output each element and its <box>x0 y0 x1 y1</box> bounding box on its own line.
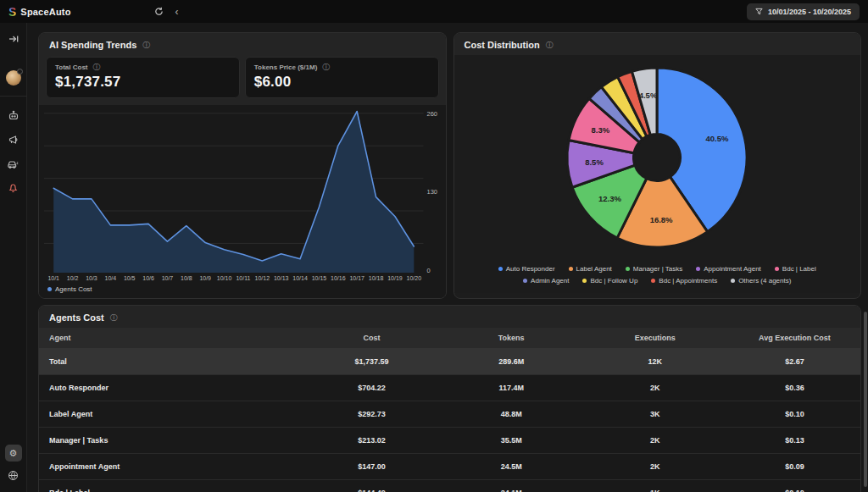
legend-label: Bdc | Label <box>782 265 816 273</box>
cell-executions: 3K <box>581 401 729 427</box>
cell-tokens: 289.6M <box>442 349 581 374</box>
x-axis-label: 10/7 <box>158 275 176 281</box>
date-range-filter-button[interactable]: 10/01/2025 - 10/20/2025 <box>747 3 860 20</box>
cell-agent: Total <box>39 349 302 374</box>
info-icon[interactable]: ⓘ <box>142 41 150 49</box>
x-axis-label: 10/16 <box>329 275 348 281</box>
legend-label: Admin Agent <box>531 277 569 285</box>
pie-legend-item[interactable]: Others (4 agents) <box>731 277 791 285</box>
legend-dot <box>47 287 52 291</box>
refresh-button[interactable] <box>154 4 164 19</box>
agents-cost-card: Agents Cost ⓘ AgentCostTokensExecutionsA… <box>38 305 861 492</box>
pie-legend-item[interactable]: Bdc | Follow Up <box>582 277 637 285</box>
column-header-cost: Cost <box>302 328 442 348</box>
back-button[interactable]: ‹ <box>175 4 179 19</box>
refresh-icon <box>154 7 164 16</box>
column-header-executions: Executions <box>581 328 729 348</box>
legend-dot <box>775 267 779 271</box>
pie-legend-item[interactable]: Manager | Tasks <box>626 265 682 273</box>
bell-icon <box>8 182 19 193</box>
x-axis-label: 10/19 <box>386 275 404 281</box>
sidebar-item-agents[interactable] <box>4 107 23 125</box>
info-icon[interactable]: ⓘ <box>546 41 554 49</box>
megaphone-icon <box>8 134 19 146</box>
cell-cost: $292.73 <box>302 401 442 427</box>
cell-cost: $213.02 <box>302 428 442 453</box>
sidebar: ⚙ <box>0 23 27 492</box>
x-axis-label: 10/11 <box>234 275 253 281</box>
legend-label: Appointment Agent <box>704 265 761 273</box>
pie-legend-item[interactable]: Admin Agent <box>523 277 569 285</box>
filter-funnel-icon <box>755 8 763 15</box>
user-avatar[interactable] <box>6 70 21 86</box>
table-row: Auto Responder$704.22117.4M2K$0.36 <box>39 375 860 401</box>
sidebar-item-notifications[interactable] <box>4 178 23 196</box>
x-axis-label: 10/5 <box>120 275 139 281</box>
cell-executions: 12K <box>581 349 729 374</box>
stat-label: Tokens Price ($/1M) <box>254 64 318 71</box>
pie-chart-canvas: 40.5%16.8%12.3%8.5%8.3%4.5% <box>555 58 759 257</box>
pie-legend-item[interactable]: Appointment Agent <box>696 265 761 273</box>
date-range-label: 10/01/2025 - 10/20/2025 <box>768 8 851 16</box>
pie-legend-item[interactable]: Auto Responder <box>498 265 555 273</box>
line-chart-canvas <box>44 110 424 273</box>
spending-trends-card: AI Spending Trends ⓘ Total Cost ⓘ $1,737… <box>38 32 447 299</box>
stat-card-total-cost: Total Cost ⓘ $1,737.57 <box>46 57 240 98</box>
distribution-card-title: Cost Distribution <box>465 40 540 50</box>
stat-card-tokens-price: Tokens Price ($/1M) ⓘ $6.00 <box>245 57 439 98</box>
pie-legend-item[interactable]: Bdc | Label <box>775 265 816 273</box>
agents-icon <box>8 110 19 122</box>
table-row: Appointment Agent$147.0024.5M2K$0.09 <box>39 454 860 480</box>
x-axis-label: 10/20 <box>404 275 423 281</box>
pie-legend-item[interactable]: Label Agent <box>569 265 612 273</box>
legend-label: Label Agent <box>576 265 612 273</box>
page-scrollbar-thumb[interactable] <box>864 312 867 487</box>
language-button[interactable] <box>8 470 19 484</box>
cell-executions: 2K <box>581 428 729 453</box>
y-axis: 260 130 0 <box>424 110 442 273</box>
pie-legend-item[interactable]: Bdc | Appointments <box>651 277 717 285</box>
x-axis-label: 10/15 <box>309 275 328 281</box>
info-icon[interactable]: ⓘ <box>110 314 118 322</box>
main-content: AI Spending Trends ⓘ Total Cost ⓘ $1,737… <box>28 23 868 492</box>
agents-cost-table: AgentCostTokensExecutionsAvg Execution C… <box>39 328 860 492</box>
info-icon[interactable]: ⓘ <box>322 64 330 71</box>
table-row: Bdc | Label$144.4924.1M1K$0.10 <box>39 480 860 492</box>
pie-label: 40.5% <box>706 134 729 143</box>
cell-avg: $0.13 <box>729 428 860 453</box>
x-axis-label: 10/8 <box>177 275 196 281</box>
legend-label: Others (4 agents) <box>738 277 791 285</box>
vehicles-icon <box>7 158 19 170</box>
column-header-tokens: Tokens <box>442 328 581 348</box>
spending-card-title: AI Spending Trends <box>49 40 136 50</box>
agents-cost-title: Agents Cost <box>49 312 104 323</box>
sidebar-item-announcements[interactable] <box>4 130 23 149</box>
table-row: Manager | Tasks$213.0235.5M2K$0.13 <box>39 428 860 454</box>
legend-label: Bdc | Follow Up <box>590 277 637 285</box>
line-chart-legend[interactable]: Agents Cost <box>44 285 442 293</box>
sidebar-bottom: ⚙ <box>5 445 22 492</box>
y-axis-tick: 0 <box>427 267 431 274</box>
chevron-left-icon: ‹ <box>175 6 179 18</box>
legend-dot <box>651 279 655 283</box>
x-axis-label: 10/4 <box>101 275 120 281</box>
cell-executions: 2K <box>581 454 729 479</box>
legend-label: Bdc | Appointments <box>659 277 717 285</box>
x-axis-label: 10/9 <box>196 275 214 281</box>
cell-cost: $1,737.59 <box>302 349 442 374</box>
x-axis-label: 10/6 <box>139 275 158 281</box>
sidebar-item-vehicles[interactable] <box>4 154 23 173</box>
cost-distribution-card: Cost Distribution ⓘ 40.5%16.8%12.3%8.5%8… <box>453 32 862 299</box>
x-axis-label: 10/12 <box>253 275 271 281</box>
collapse-sidebar-button[interactable] <box>4 30 23 48</box>
column-header-agent: Agent <box>39 328 302 348</box>
cell-tokens: 117.4M <box>442 375 581 401</box>
legend-dot <box>696 267 700 271</box>
spaceauto-logo-icon: S <box>8 6 16 18</box>
pie-legend: Auto ResponderLabel AgentManager | Tasks… <box>478 265 837 285</box>
settings-button[interactable]: ⚙ <box>5 445 22 462</box>
top-bar: S SpaceAuto ‹ 10/01/2025 - 10/20/2025 <box>0 0 868 23</box>
cell-cost: $147.00 <box>302 454 442 479</box>
info-icon[interactable]: ⓘ <box>93 64 101 71</box>
table-row: Label Agent$292.7348.8M3K$0.10 <box>39 401 860 428</box>
